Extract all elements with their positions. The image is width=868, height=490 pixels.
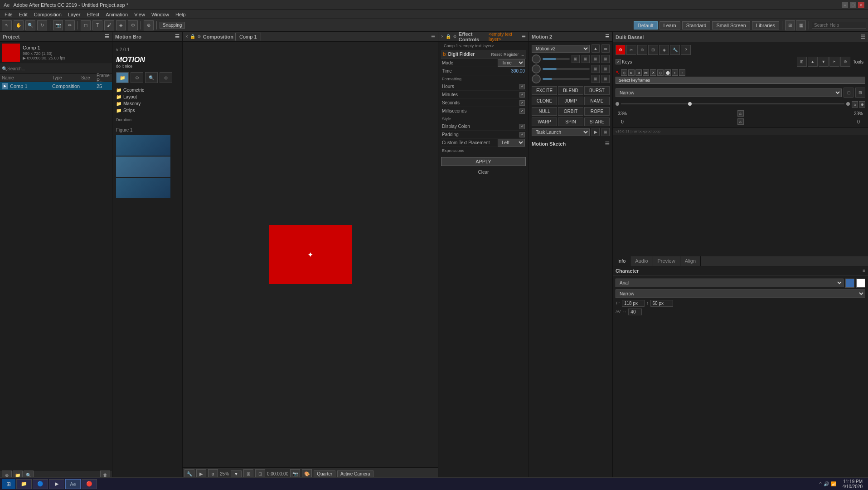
project-search-bar[interactable]: 🔍	[0, 64, 112, 74]
burst-button[interactable]: BURST	[584, 86, 610, 95]
duik-kf-icon-5[interactable]: ✕	[650, 69, 656, 76]
char-leading-input[interactable]	[650, 300, 673, 307]
rp-tab-audio[interactable]: Audio	[630, 256, 653, 266]
lock-icon[interactable]: 🔒	[190, 34, 195, 39]
m2-knob-1[interactable]	[532, 54, 541, 64]
m2-slider-icon-3[interactable]: ⊞	[592, 55, 600, 63]
menu-composition[interactable]: Composition	[31, 11, 64, 18]
char-style-dropdown[interactable]: Narrow	[616, 289, 865, 298]
puppet-tool[interactable]: ⊕	[144, 20, 154, 30]
project-search-input[interactable]	[7, 66, 110, 71]
rp-tab-preview[interactable]: Preview	[653, 256, 680, 266]
motion-bro-menu-icon[interactable]: ☰	[175, 34, 179, 39]
padding-checkbox[interactable]	[519, 132, 525, 137]
duik-icon-5[interactable]: ◈	[659, 45, 669, 55]
m2-slider-icon-1[interactable]: ⊞	[572, 55, 580, 63]
mb-tab-magnify[interactable]: ⊕	[160, 72, 172, 83]
blend-button[interactable]: BLEND	[558, 86, 583, 95]
excite-button[interactable]: EXCITE	[532, 86, 557, 95]
milliseconds-checkbox[interactable]	[519, 108, 525, 114]
taskbar-aftereffects[interactable]: Ae	[65, 479, 81, 489]
motion2-icon1[interactable]: ▲	[592, 44, 600, 53]
m2-slider2-icon-1[interactable]: ⊞	[592, 65, 600, 73]
duik-style-icon1[interactable]: ◻	[844, 88, 853, 98]
ec-settings-icon[interactable]: ⚙	[453, 34, 457, 39]
reset-btn[interactable]: Reset	[491, 52, 502, 57]
viewer-menu-icon[interactable]: ☰	[431, 34, 435, 39]
duik-tool-icon-4[interactable]: ✂	[829, 57, 839, 67]
quality-dropdown[interactable]: Quarter	[314, 470, 335, 477]
duik-tool-icon-5[interactable]: ⊕	[840, 57, 850, 67]
mb-folder-geometric[interactable]: 📁 Geometric	[116, 87, 179, 93]
menu-edit[interactable]: Edit	[16, 11, 30, 18]
duik-kf-icon-3[interactable]: ◂	[635, 69, 642, 76]
duik-kf-icon-6[interactable]: ◇	[657, 69, 664, 76]
stare-button[interactable]: STARE	[584, 118, 610, 126]
brush-tool[interactable]: 🖌	[104, 20, 114, 30]
register-btn[interactable]: Register	[504, 52, 519, 57]
warp-button[interactable]: WARP	[532, 118, 557, 126]
close-button[interactable]: ×	[858, 2, 864, 8]
display-colon-checkbox[interactable]	[519, 124, 525, 129]
select-tool[interactable]: ↖	[2, 20, 12, 30]
duik-icon-struct[interactable]: ⚙	[616, 45, 626, 55]
motion2-icon2[interactable]: ☰	[601, 44, 610, 53]
null-button[interactable]: NULL	[532, 107, 557, 116]
workspace-libraries[interactable]: Libraries	[752, 21, 779, 29]
duik-kf-icon-1[interactable]: ◇	[621, 69, 627, 76]
char-size-input[interactable]	[622, 300, 645, 307]
menu-view[interactable]: View	[131, 11, 148, 18]
ec-menu-icon[interactable]: ☰	[522, 34, 526, 39]
duik-keys-checkbox[interactable]	[616, 59, 621, 64]
rope-button[interactable]: ROPE	[584, 107, 610, 116]
mb-tab-folder[interactable]: 📁	[116, 72, 129, 83]
connect-icon-1[interactable]: ⌂	[852, 101, 858, 108]
taskbar-explorer[interactable]: 📁	[16, 479, 32, 489]
m2-slider3-icon-1[interactable]: ⊞	[592, 75, 600, 83]
ec-close-icon[interactable]: ×	[441, 34, 444, 39]
duik-icon-2[interactable]: ✂	[626, 45, 636, 55]
duik-style-dropdown[interactable]: Narrow	[616, 88, 842, 97]
duik-kf-icon-8[interactable]: ▪	[672, 69, 678, 76]
duik-icon-3[interactable]: ⊕	[637, 45, 647, 55]
char-tracking-input[interactable]	[628, 309, 642, 315]
taskbar-clock[interactable]: 11:19 PM 4/10/2020	[839, 479, 867, 489]
layout-icon[interactable]: ▦	[796, 20, 806, 30]
mb-folder-strips[interactable]: 📁 Strips	[116, 107, 179, 114]
shape-tool[interactable]: ◻	[81, 20, 91, 30]
menu-layer[interactable]: Layer	[65, 11, 83, 18]
custom-text-dropdown[interactable]: Left	[498, 139, 525, 147]
menu-window[interactable]: Window	[149, 11, 172, 18]
zoom-tool[interactable]: 🔍	[25, 20, 35, 30]
spin-button[interactable]: SPIN	[558, 118, 583, 126]
settings-icon[interactable]: ⚙	[197, 34, 201, 39]
duik-kf-icon-9[interactable]: ◦	[679, 69, 685, 76]
m2-slider2-icon-2[interactable]: ⊞	[601, 65, 610, 73]
close-icon[interactable]: ×	[185, 34, 188, 39]
duik-link-icon-1[interactable]: ⌂	[737, 110, 744, 117]
taskbar-browser[interactable]: 🔴	[82, 479, 97, 489]
zoom-dropdown[interactable]: ▼	[231, 470, 242, 477]
minimize-button[interactable]: −	[842, 2, 848, 8]
mb-thumb-3[interactable]	[116, 178, 170, 198]
camera-dropdown[interactable]: Active Camera	[337, 470, 373, 477]
name-button[interactable]: NAME	[584, 97, 610, 105]
m2-slider-icon-4[interactable]: ⊞	[601, 55, 610, 63]
workspace-default[interactable]: Default	[634, 21, 658, 29]
task-grid-btn[interactable]: ⊞	[601, 128, 610, 136]
mode-dropdown[interactable]: Time	[498, 59, 525, 67]
search-input[interactable]	[812, 22, 866, 29]
ec-lock-icon[interactable]: 🔒	[446, 34, 451, 39]
more-btn[interactable]: ...	[520, 52, 524, 57]
menu-effect[interactable]: Effect	[84, 11, 102, 18]
char-color-swatch-2[interactable]	[856, 279, 865, 288]
duik-tool-icon-2[interactable]: ▲	[808, 57, 818, 67]
jump-button[interactable]: JUMP	[558, 97, 583, 105]
mb-folder-masonry[interactable]: 📁 Masonry	[116, 100, 179, 107]
duik-icon-4[interactable]: ⊞	[648, 45, 658, 55]
duik-style-icon2[interactable]: ⊞	[855, 88, 865, 98]
rotate-tool[interactable]: ↻	[37, 20, 47, 30]
project-menu-icon[interactable]: ☰	[105, 34, 109, 39]
maximize-button[interactable]: □	[850, 2, 856, 8]
char-color-swatch[interactable]	[845, 279, 854, 288]
